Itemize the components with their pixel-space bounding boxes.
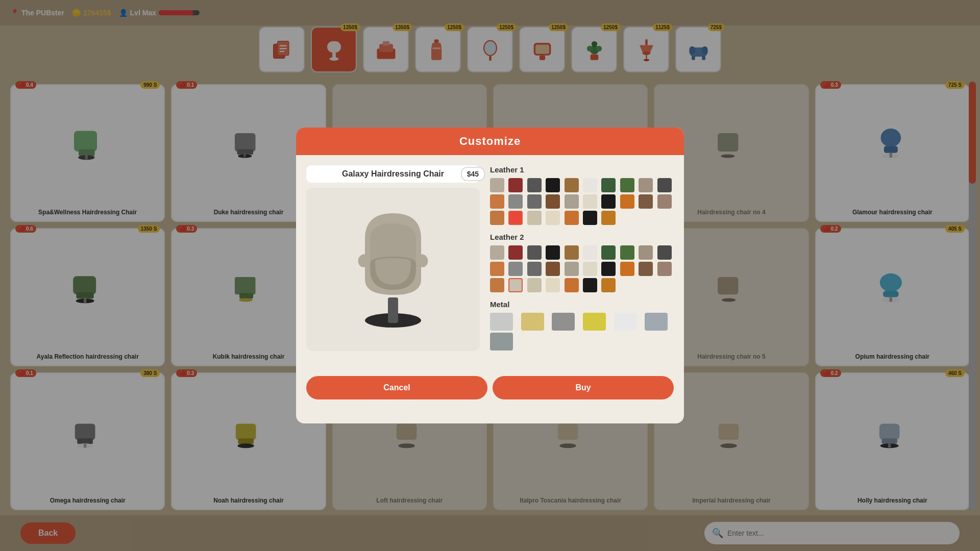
leather1-swatch-11[interactable] (508, 194, 523, 209)
leather2-swatch-15[interactable] (583, 262, 597, 276)
leather2-swatch-10[interactable] (490, 262, 504, 276)
leather2-swatch-0[interactable] (490, 245, 504, 260)
leather2-swatch-22[interactable] (527, 278, 542, 292)
leather2-swatch-13[interactable] (546, 262, 560, 276)
leather1-swatch-15[interactable] (583, 194, 597, 209)
modal-header: Customize (296, 128, 684, 155)
leather1-swatch-13[interactable] (546, 194, 560, 209)
modal-chair-preview (306, 188, 480, 351)
leather2-swatch-19[interactable] (657, 262, 672, 276)
metal-swatch-1[interactable] (521, 313, 544, 331)
leather1-swatch-25[interactable] (583, 211, 597, 225)
leather2-swatch-25[interactable] (583, 278, 597, 292)
leather1-swatch-2[interactable] (527, 178, 542, 192)
leather2-swatch-21[interactable] (508, 278, 523, 292)
leather1-swatch-16[interactable] (601, 194, 616, 209)
leather2-section: Leather 2 (490, 233, 674, 292)
svg-rect-89 (388, 297, 398, 323)
leather1-title: Leather 1 (490, 165, 674, 174)
leather2-swatch-26[interactable] (601, 278, 616, 292)
leather1-swatch-5[interactable] (583, 178, 597, 192)
leather1-grid (490, 178, 674, 225)
metal-title: Metal (490, 300, 674, 309)
modal-right: Leather 1 Leather 2 Metal (490, 165, 674, 358)
leather2-grid (490, 245, 674, 292)
leather1-swatch-4[interactable] (565, 178, 579, 192)
leather2-swatch-23[interactable] (546, 278, 560, 292)
chair-price-tag: $45 (461, 167, 485, 181)
leather2-swatch-5[interactable] (583, 245, 597, 260)
customize-modal: Customize Galaxy Hairdressing Chair $45 (296, 128, 684, 423)
leather2-swatch-12[interactable] (527, 262, 542, 276)
leather2-swatch-14[interactable] (565, 262, 579, 276)
leather2-swatch-3[interactable] (546, 245, 560, 260)
leather1-swatch-12[interactable] (527, 194, 542, 209)
cancel-button[interactable]: Cancel (306, 376, 487, 399)
metal-swatch-2[interactable] (552, 313, 575, 331)
modal-body: Galaxy Hairdressing Chair $45 (296, 155, 684, 368)
metal-swatch-5[interactable] (645, 313, 668, 331)
metal-section: Metal (490, 300, 674, 350)
metal-swatch-4[interactable] (614, 313, 637, 331)
leather2-swatch-1[interactable] (508, 245, 523, 260)
leather2-swatch-24[interactable] (565, 278, 579, 292)
modal-footer: Cancel Buy (296, 368, 684, 407)
leather2-swatch-4[interactable] (565, 245, 579, 260)
leather1-swatch-7[interactable] (620, 178, 634, 192)
leather2-swatch-8[interactable] (639, 245, 653, 260)
leather1-swatch-6[interactable] (601, 178, 616, 192)
leather2-title: Leather 2 (490, 233, 674, 241)
modal-left: Galaxy Hairdressing Chair $45 (306, 165, 480, 358)
leather1-swatch-24[interactable] (565, 211, 579, 225)
leather2-swatch-9[interactable] (657, 245, 672, 260)
leather1-swatch-3[interactable] (546, 178, 560, 192)
leather2-swatch-16[interactable] (601, 262, 616, 276)
leather2-swatch-7[interactable] (620, 245, 634, 260)
metal-swatch-3[interactable] (583, 313, 606, 331)
leather1-swatch-19[interactable] (657, 194, 672, 209)
leather1-swatch-0[interactable] (490, 178, 504, 192)
leather1-swatch-18[interactable] (639, 194, 653, 209)
leather1-swatch-20[interactable] (490, 211, 504, 225)
metal-grid (490, 313, 674, 350)
leather1-section: Leather 1 (490, 165, 674, 225)
leather1-swatch-10[interactable] (490, 194, 504, 209)
leather2-swatch-17[interactable] (620, 262, 634, 276)
leather1-swatch-26[interactable] (601, 211, 616, 225)
leather1-swatch-23[interactable] (546, 211, 560, 225)
metal-swatch-6[interactable] (490, 333, 513, 350)
leather1-swatch-8[interactable] (639, 178, 653, 192)
chair-name-tag: Galaxy Hairdressing Chair $45 (306, 165, 480, 183)
leather1-swatch-14[interactable] (565, 194, 579, 209)
buy-button[interactable]: Buy (493, 376, 674, 399)
metal-swatch-0[interactable] (490, 313, 513, 331)
leather2-swatch-18[interactable] (639, 262, 653, 276)
leather1-swatch-17[interactable] (620, 194, 634, 209)
leather2-swatch-11[interactable] (508, 262, 523, 276)
leather1-swatch-1[interactable] (508, 178, 523, 192)
leather2-swatch-6[interactable] (601, 245, 616, 260)
leather2-swatch-20[interactable] (490, 278, 504, 292)
modal-overlay: Customize Galaxy Hairdressing Chair $45 (0, 0, 980, 551)
leather1-swatch-9[interactable] (657, 178, 672, 192)
leather1-swatch-21[interactable] (508, 211, 523, 225)
leather2-swatch-2[interactable] (527, 245, 542, 260)
leather1-swatch-22[interactable] (527, 211, 542, 225)
